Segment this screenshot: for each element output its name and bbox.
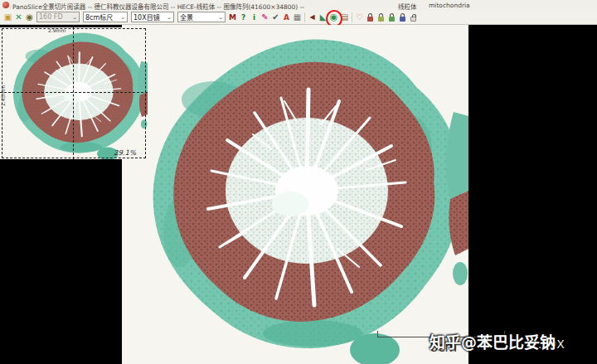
hand-tool-icon[interactable]: ✔ [270, 12, 281, 23]
help-icon[interactable]: ? [238, 12, 249, 23]
chevron-down-icon: ⌄ [167, 14, 172, 21]
slide-viewer-canvas[interactable] [122, 25, 468, 364]
target-glyph: ◉ [330, 12, 338, 23]
objective-lens-icon[interactable]: ◉ [24, 12, 35, 23]
thumbnail-vertical-ruler-label: 2.45mm [0, 85, 6, 106]
target-circle-icon[interactable]: ◉ [328, 12, 339, 23]
watermark-text: 知乎@苯巴比妥钠 [430, 330, 556, 352]
info-icon[interactable]: i [249, 12, 260, 23]
toolbar-separator [352, 12, 352, 22]
fd-select-value: 160 FD [39, 13, 63, 21]
overview-thumbnail-panel[interactable]: 2.9mm 2.45mm 29.1% [0, 27, 148, 159]
lock-blue-icon[interactable] [400, 17, 405, 22]
lock-gray-icon[interactable] [410, 17, 416, 22]
fd-select[interactable]: 160 FD⌄ [36, 12, 80, 22]
measure-m-icon[interactable]: M [227, 12, 238, 23]
thumbnail-zoom-percent: 29.1% [114, 148, 136, 157]
chevron-down-icon: ⌄ [72, 14, 77, 21]
fit-view-icon[interactable]: ✕ [13, 12, 24, 23]
lock-green-icon[interactable] [389, 17, 395, 22]
lock-yellow-icon[interactable] [378, 17, 384, 22]
eyepiece-select-value: 10X目镜 [133, 12, 160, 22]
image-capture-icon[interactable]: ▤ [339, 12, 350, 23]
pencil-annotate-icon[interactable]: ✎ [260, 12, 270, 23]
text-label-icon[interactable]: A [281, 12, 292, 23]
chevron-down-icon: ⌄ [120, 14, 125, 21]
thumbnail-tissue-image [0, 27, 148, 159]
open-folder-icon[interactable]: ▣ [2, 12, 13, 23]
heart-favorite-icon[interactable]: ♡ [354, 12, 365, 23]
grid-icon[interactable]: ▦ [292, 12, 303, 23]
back-arrow-icon[interactable]: ◀ [307, 12, 318, 23]
ruler-select-value: 8cm标尺 [85, 12, 113, 22]
view-mode-select-value: 全景 [180, 12, 193, 22]
app-logo-icon [2, 2, 9, 8]
window-title-subject-en: mitochondria [429, 2, 470, 9]
chevron-down-icon: ⌄ [218, 14, 223, 21]
main-toolbar: ▣ ✕ ◉ 160 FD⌄ 8cm标尺⌄ 10X目镜⌄ 全景⌄ M ? i ✎ … [0, 10, 597, 25]
view-mode-select[interactable]: 全景⌄ [177, 12, 226, 22]
toolbar-separator [304, 12, 305, 22]
application-window: PanoSlice全景切片阅读器 -- 德仁科教仪器设备有限公司 -- HECE… [0, 0, 597, 364]
slide-tissue-image [122, 25, 468, 364]
eyepiece-select[interactable]: 10X目镜⌄ [131, 12, 174, 22]
protractor-icon[interactable]: ◣ [318, 12, 328, 23]
lock-red-icon[interactable] [367, 17, 373, 22]
ruler-select[interactable]: 8cm标尺⌄ [83, 12, 128, 22]
thumbnail-horizontal-ruler-label: 2.9mm [48, 27, 66, 33]
